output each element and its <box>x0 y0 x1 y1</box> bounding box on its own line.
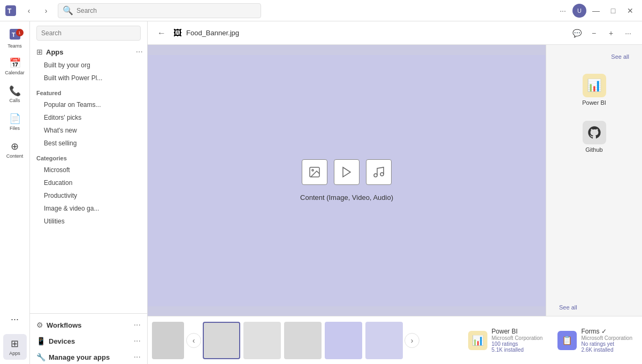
nav-label-content: Content <box>6 153 24 159</box>
sidebar-item-best-selling[interactable]: Best selling <box>33 137 144 150</box>
nav-label-calendar: Calendar <box>5 70 25 75</box>
bottom-powerbi-name: Power BI <box>492 328 543 335</box>
content-modal[interactable]: Content (Image, Video, Audio) <box>148 45 546 316</box>
file-more-button[interactable]: ··· <box>621 26 636 41</box>
powerbi-name: Power BI <box>582 99 606 106</box>
manage-apps-more[interactable]: ··· <box>134 352 141 362</box>
svg-point-8 <box>380 173 384 176</box>
manage-apps-icon: 🔧 <box>36 353 45 361</box>
thumbnail-strip: ‹ › 📊 Power BI Microsoft Corporation 100 <box>148 316 642 364</box>
nav-item-files[interactable]: 📄 Files <box>3 109 27 135</box>
workflows-icon: ⚙ <box>36 321 43 329</box>
file-header: ← 🖼 Food_Banner.jpg 💬 − + ··· <box>148 21 642 45</box>
feedback-button[interactable]: 💬 <box>569 26 584 41</box>
nav-item-calls[interactable]: 📞 Calls <box>3 81 27 107</box>
title-bar-right: ··· U — □ ✕ <box>555 3 638 18</box>
sidebar-bottom: ⚙ Workflows ··· 📱 Devices ··· 🔧 Manage y… <box>30 313 147 364</box>
thumbnail-5[interactable] <box>365 322 403 359</box>
right-panel-see-all-2[interactable]: See all <box>551 302 586 313</box>
forward-button[interactable]: › <box>39 3 54 18</box>
bottom-app-powerbi[interactable]: 📊 Power BI Microsoft Corporation 100 rat… <box>463 324 548 356</box>
workflows-more[interactable]: ··· <box>134 320 141 330</box>
thumb-next-button[interactable]: › <box>404 333 419 348</box>
workflows-label: Workflows <box>47 321 82 329</box>
file-name: Food_Banner.jpg <box>186 29 239 37</box>
search-bar[interactable]: 🔍 <box>58 3 261 18</box>
back-button[interactable]: ‹ <box>21 3 36 18</box>
thumbnail-1[interactable] <box>203 322 240 359</box>
files-icon: 📄 <box>9 113 21 125</box>
workflows-section: ⚙ Workflows ··· <box>30 316 147 332</box>
devices-icon: 📱 <box>36 337 45 345</box>
sidebar-item-utilities[interactable]: Utilities <box>33 215 144 228</box>
nav-label-calls: Calls <box>9 98 20 103</box>
search-input[interactable] <box>77 7 256 14</box>
modal-content-box: Content (Image, Video, Audio) <box>148 55 546 306</box>
zoom-in-button[interactable]: + <box>603 26 618 41</box>
sidebar-item-editors-picks[interactable]: Editors' picks <box>33 111 144 124</box>
right-panel: See all 📊 Power BI Github See all <box>546 45 642 316</box>
bottom-powerbi-rating: 100 ratings <box>492 341 543 347</box>
svg-text:T: T <box>12 32 16 38</box>
bottom-forms-icon: 📋 <box>557 331 577 350</box>
minimize-button[interactable]: — <box>588 3 603 18</box>
thumbnail-4[interactable] <box>325 322 362 359</box>
bottom-forms-sub: Microsoft Corporation <box>581 335 632 341</box>
file-icon: 🖼 <box>173 28 182 38</box>
apps-icon: ⊞ <box>11 338 19 350</box>
thumb-prev-button[interactable]: ‹ <box>186 333 201 348</box>
nav-item-apps[interactable]: ⊞ Apps <box>3 334 27 360</box>
zoom-out-button[interactable]: − <box>586 26 601 41</box>
github-name: Github <box>585 146 602 153</box>
svg-text:T: T <box>7 7 12 15</box>
more-options-button[interactable]: ··· <box>555 3 570 18</box>
search-icon: 🔍 <box>63 5 73 16</box>
title-bar: T ‹ › 🔍 ··· U — □ ✕ <box>0 0 642 21</box>
calls-icon: 📞 <box>9 85 21 97</box>
nav-label-teams: Teams <box>7 43 22 49</box>
apps-header-icon: ⊞ <box>36 48 43 56</box>
content-label: Content (Image, Video, Audio) <box>300 193 393 202</box>
svg-point-7 <box>374 174 377 177</box>
sidebar-item-built-by-org[interactable]: Built by your org <box>33 59 144 72</box>
avatar: U <box>572 4 586 18</box>
categories-category: Categories <box>30 150 147 164</box>
sidebar-item-built-with-power[interactable]: Built with Power Pl... <box>33 72 144 84</box>
file-back-button[interactable]: ← <box>154 26 169 41</box>
image-viewer: Content (Image, Video, Audio) <box>148 45 546 316</box>
devices-section: 📱 Devices ··· <box>30 332 147 348</box>
close-button[interactable]: ✕ <box>623 3 638 18</box>
bottom-forms-rating: No ratings yet <box>581 341 632 347</box>
apps-search-input[interactable] <box>36 26 141 41</box>
bottom-powerbi-installs: 5.1K installed <box>492 347 543 353</box>
nav-item-teams[interactable]: T 1 Teams <box>3 26 27 51</box>
bottom-app-forms[interactable]: 📋 Forms ✓ Microsoft Corporation No ratin… <box>552 324 638 356</box>
thumb-partial-left[interactable] <box>152 322 184 359</box>
sidebar-item-image-video[interactable]: Image & video ga... <box>33 202 144 215</box>
sidebar-item-microsoft[interactable]: Microsoft <box>33 164 144 176</box>
nav-item-more[interactable]: ··· <box>3 306 27 332</box>
content-area: T 1 Teams 📅 Calendar 📞 Calls 📄 Files ⊕ C… <box>0 21 642 364</box>
sidebar-item-whats-new[interactable]: What's new <box>33 124 144 137</box>
manage-apps-label: Manage your apps <box>49 353 110 361</box>
maximize-button[interactable]: □ <box>606 3 621 18</box>
calendar-icon: 📅 <box>9 57 21 69</box>
apps-header-more[interactable]: ··· <box>136 47 143 57</box>
thumbnail-2[interactable] <box>243 322 281 359</box>
sidebar-item-education[interactable]: Education <box>33 176 144 189</box>
nav-item-calendar[interactable]: 📅 Calendar <box>3 53 27 79</box>
devices-more[interactable]: ··· <box>134 336 141 346</box>
right-panel-see-all-1[interactable]: See all <box>602 51 638 62</box>
nav-label-apps: Apps <box>9 351 20 356</box>
nav-label-files: Files <box>10 126 20 131</box>
svg-point-5 <box>312 169 314 171</box>
nav-item-content[interactable]: ⊕ Content <box>3 137 27 162</box>
thumbnail-3[interactable] <box>284 322 322 359</box>
right-app-powerbi[interactable]: 📊 Power BI <box>551 67 638 112</box>
image-icon-box <box>302 159 327 185</box>
sidebar-item-popular[interactable]: Popular on Teams... <box>33 98 144 111</box>
right-app-github[interactable]: Github <box>551 114 638 159</box>
powerbi-icon: 📊 <box>583 74 606 97</box>
featured-category: Featured <box>30 84 147 98</box>
sidebar-item-productivity[interactable]: Productivity <box>33 189 144 202</box>
